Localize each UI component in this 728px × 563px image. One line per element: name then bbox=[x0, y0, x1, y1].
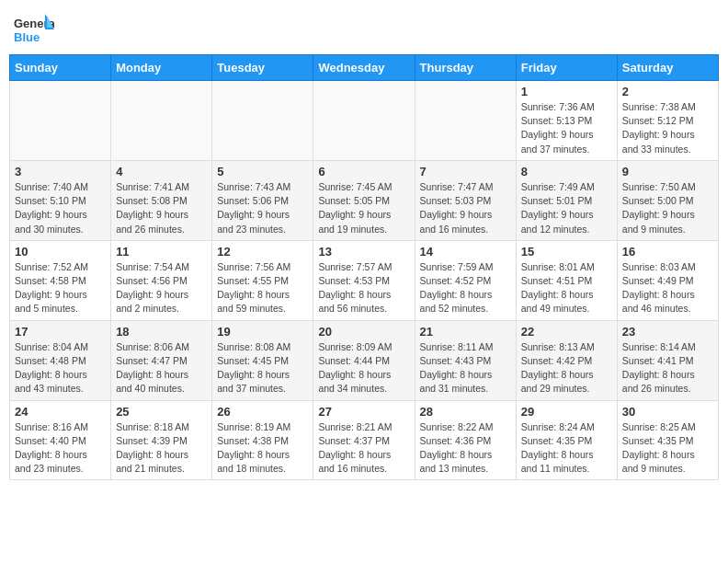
day-number: 1 bbox=[521, 85, 612, 98]
day-info: Sunrise: 8:09 AM Sunset: 4:44 PM Dayligh… bbox=[318, 340, 409, 396]
day-number: 14 bbox=[420, 245, 511, 259]
calendar-day-cell: 1Sunrise: 7:36 AM Sunset: 5:13 PM Daylig… bbox=[516, 81, 617, 161]
day-info: Sunrise: 7:38 AM Sunset: 5:12 PM Dayligh… bbox=[622, 100, 713, 156]
day-number: 15 bbox=[521, 245, 612, 259]
calendar-day-header: Wednesday bbox=[313, 55, 415, 81]
calendar-week-row: 10Sunrise: 7:52 AM Sunset: 4:58 PM Dayli… bbox=[10, 240, 719, 320]
calendar-day-cell: 2Sunrise: 7:38 AM Sunset: 5:12 PM Daylig… bbox=[617, 81, 718, 161]
day-number: 20 bbox=[318, 325, 409, 339]
day-info: Sunrise: 8:06 AM Sunset: 4:47 PM Dayligh… bbox=[116, 340, 207, 396]
calendar-day-cell: 29Sunrise: 8:24 AM Sunset: 4:35 PM Dayli… bbox=[516, 400, 617, 480]
calendar-day-cell: 25Sunrise: 8:18 AM Sunset: 4:39 PM Dayli… bbox=[111, 400, 212, 480]
calendar-day-cell: 20Sunrise: 8:09 AM Sunset: 4:44 PM Dayli… bbox=[313, 320, 415, 400]
calendar-day-cell: 27Sunrise: 8:21 AM Sunset: 4:37 PM Dayli… bbox=[313, 400, 415, 480]
day-number: 9 bbox=[622, 165, 713, 178]
day-info: Sunrise: 7:47 AM Sunset: 5:03 PM Dayligh… bbox=[420, 180, 511, 236]
calendar-day-cell: 16Sunrise: 8:03 AM Sunset: 4:49 PM Dayli… bbox=[617, 240, 718, 320]
day-info: Sunrise: 8:01 AM Sunset: 4:51 PM Dayligh… bbox=[521, 260, 612, 316]
calendar-day-cell: 23Sunrise: 8:14 AM Sunset: 4:41 PM Dayli… bbox=[617, 320, 718, 400]
day-number: 10 bbox=[15, 245, 106, 259]
day-info: Sunrise: 7:40 AM Sunset: 5:10 PM Dayligh… bbox=[15, 180, 106, 236]
calendar-day-cell: 17Sunrise: 8:04 AM Sunset: 4:48 PM Dayli… bbox=[10, 320, 111, 400]
calendar-day-cell: 22Sunrise: 8:13 AM Sunset: 4:42 PM Dayli… bbox=[516, 320, 617, 400]
day-number: 17 bbox=[15, 325, 106, 339]
calendar-day-header: Saturday bbox=[617, 55, 718, 81]
calendar-empty-cell bbox=[313, 81, 415, 161]
day-number: 19 bbox=[217, 325, 308, 339]
day-number: 8 bbox=[521, 165, 612, 178]
day-number: 29 bbox=[521, 405, 612, 419]
calendar-table: SundayMondayTuesdayWednesdayThursdayFrid… bbox=[9, 54, 719, 480]
day-info: Sunrise: 8:03 AM Sunset: 4:49 PM Dayligh… bbox=[622, 260, 713, 316]
calendar-day-cell: 18Sunrise: 8:06 AM Sunset: 4:47 PM Dayli… bbox=[111, 320, 212, 400]
calendar-week-row: 3Sunrise: 7:40 AM Sunset: 5:10 PM Daylig… bbox=[10, 160, 719, 240]
day-info: Sunrise: 8:25 AM Sunset: 4:35 PM Dayligh… bbox=[622, 420, 713, 477]
day-info: Sunrise: 7:52 AM Sunset: 4:58 PM Dayligh… bbox=[15, 260, 106, 316]
day-info: Sunrise: 8:24 AM Sunset: 4:35 PM Dayligh… bbox=[521, 420, 612, 477]
calendar-day-cell: 15Sunrise: 8:01 AM Sunset: 4:51 PM Dayli… bbox=[516, 240, 617, 320]
day-info: Sunrise: 8:04 AM Sunset: 4:48 PM Dayligh… bbox=[15, 340, 106, 396]
day-info: Sunrise: 7:54 AM Sunset: 4:56 PM Dayligh… bbox=[116, 260, 207, 316]
day-info: Sunrise: 8:08 AM Sunset: 4:45 PM Dayligh… bbox=[217, 340, 308, 396]
calendar-day-cell: 19Sunrise: 8:08 AM Sunset: 4:45 PM Dayli… bbox=[212, 320, 313, 400]
day-number: 11 bbox=[116, 245, 207, 259]
calendar-day-cell: 9Sunrise: 7:50 AM Sunset: 5:00 PM Daylig… bbox=[617, 160, 718, 240]
day-info: Sunrise: 8:18 AM Sunset: 4:39 PM Dayligh… bbox=[116, 420, 207, 477]
calendar-day-header: Monday bbox=[111, 55, 212, 81]
calendar-day-header: Thursday bbox=[415, 55, 516, 81]
day-number: 28 bbox=[420, 405, 511, 419]
calendar-day-cell: 11Sunrise: 7:54 AM Sunset: 4:56 PM Dayli… bbox=[111, 240, 212, 320]
calendar-header-row: SundayMondayTuesdayWednesdayThursdayFrid… bbox=[10, 55, 719, 81]
calendar-day-cell: 14Sunrise: 7:59 AM Sunset: 4:52 PM Dayli… bbox=[415, 240, 516, 320]
calendar-week-row: 1Sunrise: 7:36 AM Sunset: 5:13 PM Daylig… bbox=[10, 81, 719, 161]
calendar-day-cell: 24Sunrise: 8:16 AM Sunset: 4:40 PM Dayli… bbox=[10, 400, 111, 480]
calendar-empty-cell bbox=[415, 81, 516, 161]
logo-icon: General Blue bbox=[14, 9, 54, 50]
calendar-day-header: Tuesday bbox=[212, 55, 313, 81]
day-info: Sunrise: 8:13 AM Sunset: 4:42 PM Dayligh… bbox=[521, 340, 612, 396]
calendar-empty-cell bbox=[212, 81, 313, 161]
day-info: Sunrise: 7:43 AM Sunset: 5:06 PM Dayligh… bbox=[217, 180, 308, 236]
logo: General Blue bbox=[14, 9, 54, 50]
calendar-day-cell: 8Sunrise: 7:49 AM Sunset: 5:01 PM Daylig… bbox=[516, 160, 617, 240]
day-info: Sunrise: 7:36 AM Sunset: 5:13 PM Dayligh… bbox=[521, 100, 612, 156]
day-number: 16 bbox=[622, 245, 713, 259]
calendar-day-cell: 13Sunrise: 7:57 AM Sunset: 4:53 PM Dayli… bbox=[313, 240, 415, 320]
day-number: 2 bbox=[622, 85, 713, 98]
day-info: Sunrise: 8:16 AM Sunset: 4:40 PM Dayligh… bbox=[15, 420, 106, 477]
calendar-week-row: 17Sunrise: 8:04 AM Sunset: 4:48 PM Dayli… bbox=[10, 320, 719, 400]
calendar-day-cell: 5Sunrise: 7:43 AM Sunset: 5:06 PM Daylig… bbox=[212, 160, 313, 240]
day-info: Sunrise: 8:19 AM Sunset: 4:38 PM Dayligh… bbox=[217, 420, 308, 477]
day-number: 3 bbox=[15, 165, 106, 178]
day-number: 18 bbox=[116, 325, 207, 339]
day-number: 26 bbox=[217, 405, 308, 419]
day-info: Sunrise: 7:59 AM Sunset: 4:52 PM Dayligh… bbox=[420, 260, 511, 316]
day-number: 25 bbox=[116, 405, 207, 419]
day-info: Sunrise: 8:21 AM Sunset: 4:37 PM Dayligh… bbox=[318, 420, 409, 477]
day-info: Sunrise: 7:56 AM Sunset: 4:55 PM Dayligh… bbox=[217, 260, 308, 316]
day-number: 30 bbox=[622, 405, 713, 419]
calendar-day-header: Friday bbox=[516, 55, 617, 81]
day-info: Sunrise: 8:22 AM Sunset: 4:36 PM Dayligh… bbox=[420, 420, 511, 477]
day-number: 24 bbox=[15, 405, 106, 419]
day-info: Sunrise: 7:50 AM Sunset: 5:00 PM Dayligh… bbox=[622, 180, 713, 236]
calendar-day-cell: 3Sunrise: 7:40 AM Sunset: 5:10 PM Daylig… bbox=[10, 160, 111, 240]
calendar-day-cell: 4Sunrise: 7:41 AM Sunset: 5:08 PM Daylig… bbox=[111, 160, 212, 240]
day-info: Sunrise: 8:14 AM Sunset: 4:41 PM Dayligh… bbox=[622, 340, 713, 396]
day-number: 23 bbox=[622, 325, 713, 339]
calendar-day-cell: 26Sunrise: 8:19 AM Sunset: 4:38 PM Dayli… bbox=[212, 400, 313, 480]
calendar-day-cell: 7Sunrise: 7:47 AM Sunset: 5:03 PM Daylig… bbox=[415, 160, 516, 240]
calendar-day-cell: 6Sunrise: 7:45 AM Sunset: 5:05 PM Daylig… bbox=[313, 160, 415, 240]
day-number: 12 bbox=[217, 245, 308, 259]
day-number: 22 bbox=[521, 325, 612, 339]
svg-text:Blue: Blue bbox=[14, 30, 40, 44]
calendar-empty-cell bbox=[10, 81, 111, 161]
calendar-day-cell: 30Sunrise: 8:25 AM Sunset: 4:35 PM Dayli… bbox=[617, 400, 718, 480]
day-number: 13 bbox=[318, 245, 409, 259]
day-number: 6 bbox=[318, 165, 409, 178]
calendar-day-cell: 21Sunrise: 8:11 AM Sunset: 4:43 PM Dayli… bbox=[415, 320, 516, 400]
day-number: 27 bbox=[318, 405, 409, 419]
calendar-empty-cell bbox=[111, 81, 212, 161]
calendar-day-cell: 12Sunrise: 7:56 AM Sunset: 4:55 PM Dayli… bbox=[212, 240, 313, 320]
day-info: Sunrise: 7:41 AM Sunset: 5:08 PM Dayligh… bbox=[116, 180, 207, 236]
